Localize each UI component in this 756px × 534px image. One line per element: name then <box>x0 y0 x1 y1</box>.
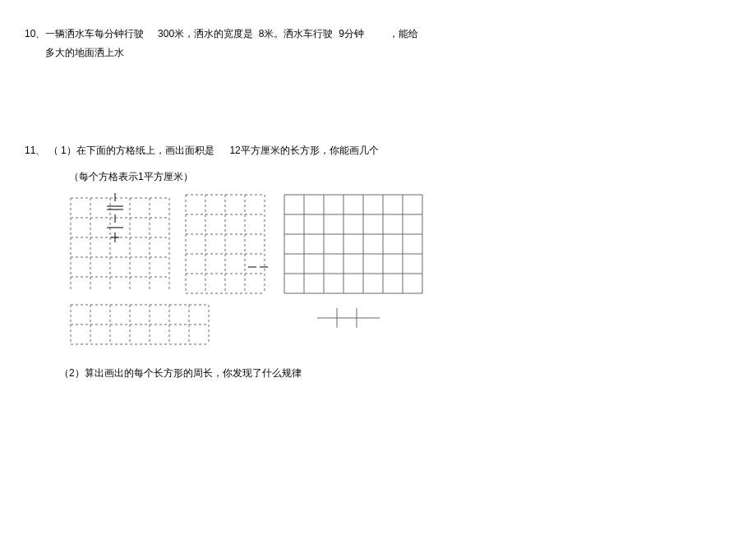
question-11-line1: 11、 （ 1）在下面的方格纸上，画出面积是 12平方厘米的长方形，你能画几个 <box>25 141 731 160</box>
question-10-line2: 多大的地面洒上水 <box>45 44 731 62</box>
question-10-line1: 一辆洒水车每分钟行驶 300米，洒水的宽度是 8米。洒水车行驶 9分钟 ，能给 <box>45 25 731 44</box>
grid-a <box>69 193 171 295</box>
grid-c <box>283 193 424 295</box>
grid-d <box>69 303 210 346</box>
question-11: 11、 （ 1）在下面的方格纸上，画出面积是 12平方厘米的长方形，你能画几个 … <box>25 141 731 383</box>
q10-seg-b: 300米，洒水的宽度是 <box>158 28 253 39</box>
question-11-part2: （2）算出画出的每个长方形的周长，你发现了什么规律 <box>59 364 731 383</box>
grid-b <box>184 193 266 295</box>
q11-part1-prefix: （ 1）在下面的方格纸上，画出面积是 <box>48 145 214 156</box>
question-10: 10、 一辆洒水车每分钟行驶 300米，洒水的宽度是 8米。洒水车行驶 9分钟 … <box>25 25 731 62</box>
grid-area <box>69 193 480 351</box>
worksheet-page: 10、 一辆洒水车每分钟行驶 300米，洒水的宽度是 8米。洒水车行驶 9分钟 … <box>0 0 756 383</box>
q11-part1-value: 12平方厘米的长方形，你能画几个 <box>229 145 378 156</box>
q10-seg-c: 8米。洒水车行驶 <box>259 28 334 39</box>
q10-seg-a: 一辆洒水车每分钟行驶 <box>45 28 144 39</box>
grid-cross-right <box>316 306 381 331</box>
grid-marks-gap <box>245 259 278 275</box>
question-10-body: 一辆洒水车每分钟行驶 300米，洒水的宽度是 8米。洒水车行驶 9分钟 ，能给 … <box>45 25 731 62</box>
q10-seg-e: ，能给 <box>389 28 418 39</box>
question-11-number: 11、 <box>25 145 45 156</box>
q10-seg-d: 9分钟 <box>339 28 364 39</box>
question-11-subnote: （每个方格表示1平方厘米） <box>69 168 731 186</box>
question-10-number: 10、 <box>25 25 45 44</box>
